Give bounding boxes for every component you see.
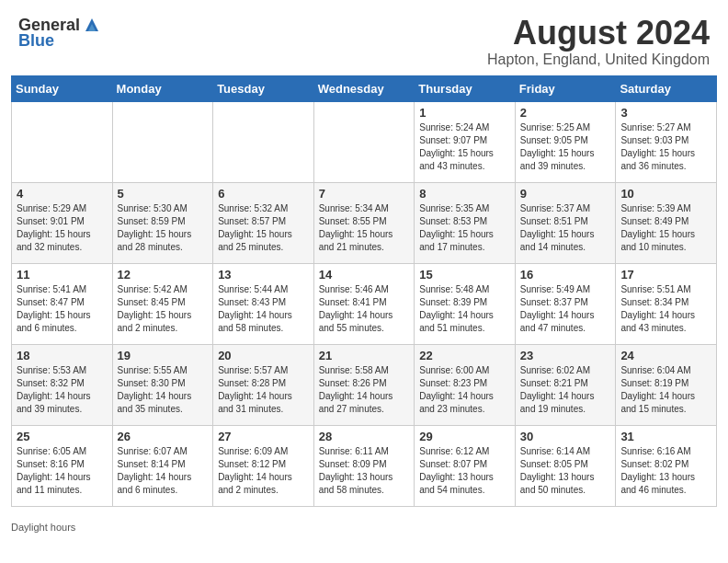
daylight-label: Daylight hours: [11, 522, 75, 533]
day-info: Sunrise: 5:51 AM Sunset: 8:34 PM Dayligh…: [620, 283, 711, 335]
day-info: Sunrise: 5:44 AM Sunset: 8:43 PM Dayligh…: [218, 283, 309, 335]
table-row: 23Sunrise: 6:02 AM Sunset: 8:21 PM Dayli…: [515, 344, 616, 425]
day-number: 14: [319, 268, 410, 282]
day-info: Sunrise: 6:14 AM Sunset: 8:05 PM Dayligh…: [520, 445, 611, 497]
day-number: 19: [118, 349, 209, 362]
table-row: 26Sunrise: 6:07 AM Sunset: 8:14 PM Dayli…: [112, 425, 213, 506]
day-number: 24: [620, 349, 711, 362]
table-row: 24Sunrise: 6:04 AM Sunset: 8:19 PM Dayli…: [616, 344, 717, 425]
table-row: 4Sunrise: 5:29 AM Sunset: 9:01 PM Daylig…: [12, 182, 113, 263]
day-info: Sunrise: 6:11 AM Sunset: 8:09 PM Dayligh…: [319, 445, 410, 497]
day-number: 10: [620, 187, 711, 201]
day-number: 13: [218, 268, 309, 282]
table-row: 12Sunrise: 5:42 AM Sunset: 8:45 PM Dayli…: [112, 263, 213, 344]
day-info: Sunrise: 5:29 AM Sunset: 9:01 PM Dayligh…: [17, 202, 108, 254]
header: General Blue August 2024 Hapton, England…: [0, 0, 728, 75]
day-number: 8: [419, 187, 510, 201]
day-number: 30: [520, 430, 611, 443]
col-tuesday: Tuesday: [213, 75, 314, 101]
day-info: Sunrise: 5:49 AM Sunset: 8:37 PM Dayligh…: [520, 283, 611, 335]
table-row: 1Sunrise: 5:24 AM Sunset: 9:07 PM Daylig…: [415, 101, 516, 182]
header-row: Sunday Monday Tuesday Wednesday Thursday…: [12, 75, 717, 101]
day-info: Sunrise: 5:25 AM Sunset: 9:05 PM Dayligh…: [520, 121, 611, 173]
title-block: August 2024 Hapton, England, United King…: [487, 15, 710, 68]
day-number: 2: [520, 106, 611, 120]
day-info: Sunrise: 6:16 AM Sunset: 8:02 PM Dayligh…: [620, 445, 711, 497]
table-row: 2Sunrise: 5:25 AM Sunset: 9:05 PM Daylig…: [515, 101, 616, 182]
table-row: [313, 101, 415, 182]
table-row: 27Sunrise: 6:09 AM Sunset: 8:12 PM Dayli…: [213, 425, 314, 506]
table-row: 11Sunrise: 5:41 AM Sunset: 8:47 PM Dayli…: [12, 263, 113, 344]
calendar-week-row: 11Sunrise: 5:41 AM Sunset: 8:47 PM Dayli…: [12, 263, 717, 344]
day-number: 29: [419, 430, 510, 443]
table-row: 21Sunrise: 5:58 AM Sunset: 8:26 PM Dayli…: [313, 344, 415, 425]
location-subtitle: Hapton, England, United Kingdom: [487, 52, 710, 68]
day-number: 28: [319, 430, 410, 443]
day-info: Sunrise: 5:53 AM Sunset: 8:32 PM Dayligh…: [17, 364, 108, 416]
day-number: 9: [520, 187, 611, 201]
day-info: Sunrise: 6:05 AM Sunset: 8:16 PM Dayligh…: [17, 445, 108, 497]
col-sunday: Sunday: [12, 75, 113, 101]
calendar-week-row: 4Sunrise: 5:29 AM Sunset: 9:01 PM Daylig…: [12, 182, 717, 263]
table-row: 5Sunrise: 5:30 AM Sunset: 8:59 PM Daylig…: [112, 182, 213, 263]
logo-blue-text: Blue: [18, 31, 102, 51]
table-row: 7Sunrise: 5:34 AM Sunset: 8:55 PM Daylig…: [313, 182, 415, 263]
day-info: Sunrise: 6:02 AM Sunset: 8:21 PM Dayligh…: [520, 364, 611, 416]
day-number: 16: [520, 268, 611, 282]
logo: General Blue: [18, 15, 102, 51]
day-number: 25: [17, 430, 108, 443]
day-info: Sunrise: 5:24 AM Sunset: 9:07 PM Dayligh…: [419, 121, 510, 173]
day-info: Sunrise: 6:00 AM Sunset: 8:23 PM Dayligh…: [419, 364, 510, 416]
day-number: 20: [218, 349, 309, 362]
table-row: 15Sunrise: 5:48 AM Sunset: 8:39 PM Dayli…: [415, 263, 516, 344]
table-row: 19Sunrise: 5:55 AM Sunset: 8:30 PM Dayli…: [112, 344, 213, 425]
day-number: 21: [319, 349, 410, 362]
day-info: Sunrise: 5:39 AM Sunset: 8:49 PM Dayligh…: [620, 202, 711, 254]
day-number: 17: [620, 268, 711, 282]
day-info: Sunrise: 5:42 AM Sunset: 8:45 PM Dayligh…: [118, 283, 209, 335]
calendar-week-row: 18Sunrise: 5:53 AM Sunset: 8:32 PM Dayli…: [12, 344, 717, 425]
table-row: [112, 101, 213, 182]
day-info: Sunrise: 6:09 AM Sunset: 8:12 PM Dayligh…: [218, 445, 309, 497]
table-row: 13Sunrise: 5:44 AM Sunset: 8:43 PM Dayli…: [213, 263, 314, 344]
day-number: 26: [118, 430, 209, 443]
day-number: 4: [17, 187, 108, 201]
day-info: Sunrise: 5:57 AM Sunset: 8:28 PM Dayligh…: [218, 364, 309, 416]
day-number: 6: [218, 187, 309, 201]
day-info: Sunrise: 5:46 AM Sunset: 8:41 PM Dayligh…: [319, 283, 410, 335]
month-year-title: August 2024: [487, 15, 710, 52]
calendar-container: Sunday Monday Tuesday Wednesday Thursday…: [0, 75, 728, 518]
day-number: 11: [17, 268, 108, 282]
day-number: 15: [419, 268, 510, 282]
table-row: 28Sunrise: 6:11 AM Sunset: 8:09 PM Dayli…: [313, 425, 415, 506]
table-row: 10Sunrise: 5:39 AM Sunset: 8:49 PM Dayli…: [616, 182, 717, 263]
day-number: 31: [620, 430, 711, 443]
day-number: 3: [620, 106, 711, 120]
table-row: 20Sunrise: 5:57 AM Sunset: 8:28 PM Dayli…: [213, 344, 314, 425]
day-info: Sunrise: 5:30 AM Sunset: 8:59 PM Dayligh…: [118, 202, 209, 254]
day-number: 27: [218, 430, 309, 443]
day-info: Sunrise: 5:41 AM Sunset: 8:47 PM Dayligh…: [17, 283, 108, 335]
day-number: 22: [419, 349, 510, 362]
table-row: [213, 101, 314, 182]
col-thursday: Thursday: [415, 75, 516, 101]
col-friday: Friday: [515, 75, 616, 101]
day-info: Sunrise: 5:34 AM Sunset: 8:55 PM Dayligh…: [319, 202, 410, 254]
day-info: Sunrise: 5:27 AM Sunset: 9:03 PM Dayligh…: [620, 121, 711, 173]
day-info: Sunrise: 5:35 AM Sunset: 8:53 PM Dayligh…: [419, 202, 510, 254]
table-row: 8Sunrise: 5:35 AM Sunset: 8:53 PM Daylig…: [415, 182, 516, 263]
calendar-week-row: 1Sunrise: 5:24 AM Sunset: 9:07 PM Daylig…: [12, 101, 717, 182]
table-row: 6Sunrise: 5:32 AM Sunset: 8:57 PM Daylig…: [213, 182, 314, 263]
table-row: 30Sunrise: 6:14 AM Sunset: 8:05 PM Dayli…: [515, 425, 616, 506]
footer-note: Daylight hours: [0, 518, 728, 536]
table-row: 14Sunrise: 5:46 AM Sunset: 8:41 PM Dayli…: [313, 263, 415, 344]
table-row: 17Sunrise: 5:51 AM Sunset: 8:34 PM Dayli…: [616, 263, 717, 344]
table-row: 29Sunrise: 6:12 AM Sunset: 8:07 PM Dayli…: [415, 425, 516, 506]
day-number: 12: [118, 268, 209, 282]
day-number: 5: [118, 187, 209, 201]
col-wednesday: Wednesday: [313, 75, 415, 101]
table-row: 31Sunrise: 6:16 AM Sunset: 8:02 PM Dayli…: [616, 425, 717, 506]
table-row: 16Sunrise: 5:49 AM Sunset: 8:37 PM Dayli…: [515, 263, 616, 344]
table-row: 18Sunrise: 5:53 AM Sunset: 8:32 PM Dayli…: [12, 344, 113, 425]
calendar-week-row: 25Sunrise: 6:05 AM Sunset: 8:16 PM Dayli…: [12, 425, 717, 506]
